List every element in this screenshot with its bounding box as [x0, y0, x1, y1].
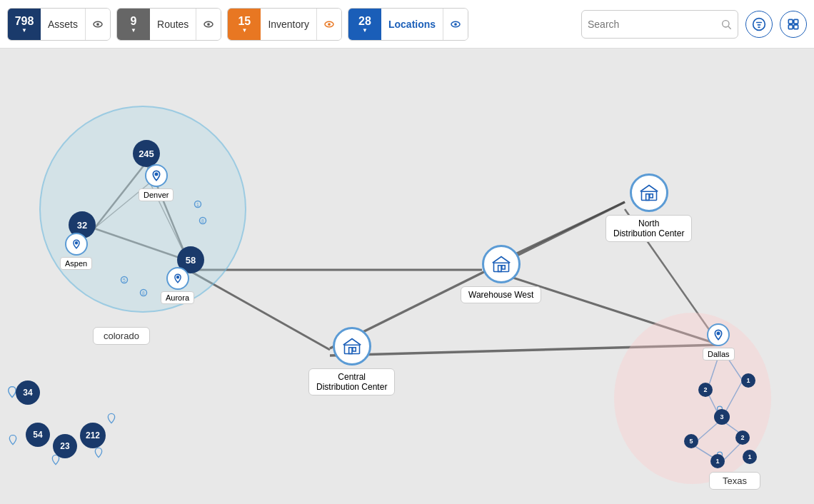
assets-chevron: ▼ [21, 28, 27, 34]
svg-rect-51 [498, 266, 501, 272]
svg-text:8: 8 [142, 291, 145, 296]
svg-point-56 [718, 332, 720, 334]
layers-icon-btn[interactable] [780, 11, 807, 38]
locations-label: Locations [381, 9, 443, 40]
routes-chevron: ▼ [131, 28, 136, 34]
filter-icon [752, 17, 766, 31]
north-distribution-center[interactable]: NorthDistribution Center [606, 173, 692, 242]
svg-rect-14 [794, 24, 798, 29]
map-canvas[interactable]: colorado Texas 245 Denver 32 Aspen 58 Au… [0, 49, 814, 504]
locations-eye-icon[interactable] [443, 9, 468, 40]
node-23[interactable]: 23 [53, 434, 77, 458]
tab-routes[interactable]: 9 ▼ Routes [116, 8, 221, 41]
texas-label: Texas [709, 472, 760, 490]
denver-label: Denver [139, 188, 174, 201]
aurora-label: Aurora [161, 291, 194, 304]
mini-node-1: 1 [191, 200, 204, 216]
svg-point-7 [454, 23, 457, 26]
svg-line-9 [728, 26, 731, 29]
svg-text:1: 1 [196, 202, 199, 207]
svg-text:5: 5 [123, 278, 126, 283]
mini-node-8a: 8 [196, 216, 209, 232]
scatter-pin-2 [7, 434, 19, 448]
texas-node-2b[interactable]: 2 [735, 430, 750, 445]
inventory-chevron: ▼ [241, 28, 247, 34]
layers-icon [786, 17, 800, 31]
assets-label: Assets [41, 9, 85, 40]
assets-count-value: 798 [15, 15, 34, 28]
texas-node-1a[interactable]: 1 [741, 373, 755, 388]
scatter-pin-3 [106, 413, 117, 427]
tab-inventory[interactable]: 15 ▼ Inventory [227, 8, 342, 41]
search-bar[interactable] [581, 10, 738, 39]
west-wh-icon [482, 245, 521, 283]
search-input[interactable] [588, 19, 716, 30]
central-wh-icon [333, 327, 371, 366]
aspen-label: Aspen [60, 257, 92, 270]
svg-rect-49 [353, 348, 356, 351]
inventory-count-value: 15 [238, 15, 251, 28]
svg-text:8: 8 [201, 218, 204, 223]
dallas-label: Dallas [703, 348, 735, 361]
mini-node-8b: 8 [137, 288, 150, 304]
svg-point-3 [208, 23, 211, 26]
svg-rect-11 [788, 19, 793, 24]
svg-rect-13 [788, 24, 793, 29]
tab-locations[interactable]: 28 ▼ Locations [348, 8, 468, 41]
north-wh-label: NorthDistribution Center [606, 215, 692, 242]
texas-node-1c[interactable]: 1 [743, 450, 757, 464]
svg-point-37 [75, 242, 77, 244]
aspen-pin[interactable]: Aspen [60, 233, 92, 270]
search-icon [720, 19, 732, 30]
svg-point-38 [176, 276, 179, 278]
filter-icon-btn[interactable] [745, 11, 773, 38]
aurora-pin-icon [166, 267, 189, 290]
scatter-pin-4 [93, 447, 104, 461]
svg-point-5 [328, 23, 331, 26]
svg-point-36 [155, 173, 157, 175]
node-34[interactable]: 34 [16, 380, 40, 405]
svg-rect-54 [645, 194, 648, 201]
west-wh-label: Warehouse West [461, 286, 541, 303]
locations-count: 28 ▼ [348, 9, 381, 40]
aspen-pin-icon [65, 233, 88, 256]
texas-node-1b[interactable]: 1 [710, 454, 725, 468]
svg-point-1 [96, 23, 99, 26]
routes-count-value: 9 [131, 15, 137, 28]
inventory-count: 15 ▼ [228, 9, 261, 40]
node-245[interactable]: 245 [133, 140, 160, 167]
aurora-pin[interactable]: Aurora [161, 267, 194, 304]
svg-rect-55 [650, 194, 653, 198]
colorado-cluster [39, 106, 246, 313]
header: 798 ▼ Assets 9 ▼ Routes 15 ▼ Inventory 2… [0, 0, 814, 49]
assets-count: 798 ▼ [8, 9, 41, 40]
texas-node-3[interactable]: 3 [714, 409, 730, 425]
texas-node-2a[interactable]: 2 [698, 383, 713, 397]
inventory-eye-icon[interactable] [316, 9, 341, 40]
svg-rect-52 [502, 266, 505, 269]
dallas-pin[interactable]: Dallas [703, 323, 735, 361]
denver-pin-icon [145, 164, 168, 187]
locations-count-value: 28 [358, 15, 371, 28]
routes-eye-icon[interactable] [196, 9, 221, 40]
assets-eye-icon[interactable] [85, 9, 110, 40]
node-212[interactable]: 212 [80, 423, 106, 448]
colorado-label: colorado [93, 327, 150, 345]
svg-point-8 [723, 20, 729, 26]
routes-label: Routes [150, 9, 196, 40]
warehouse-west[interactable]: Warehouse West [461, 245, 541, 303]
locations-chevron: ▼ [362, 28, 368, 34]
denver-pin[interactable]: Denver [139, 164, 174, 201]
inventory-label: Inventory [261, 9, 316, 40]
node-54[interactable]: 54 [26, 423, 50, 447]
central-distribution-center[interactable]: CentralDistribution Center [308, 327, 395, 395]
svg-rect-48 [348, 348, 351, 354]
north-wh-icon [630, 173, 668, 212]
mini-node-5: 5 [118, 276, 131, 291]
svg-rect-12 [794, 19, 798, 24]
routes-count: 9 ▼ [117, 9, 150, 40]
central-wh-label: CentralDistribution Center [308, 368, 395, 395]
dallas-pin-icon [707, 323, 730, 346]
texas-node-5[interactable]: 5 [684, 434, 698, 448]
tab-assets[interactable]: 798 ▼ Assets [7, 8, 111, 41]
